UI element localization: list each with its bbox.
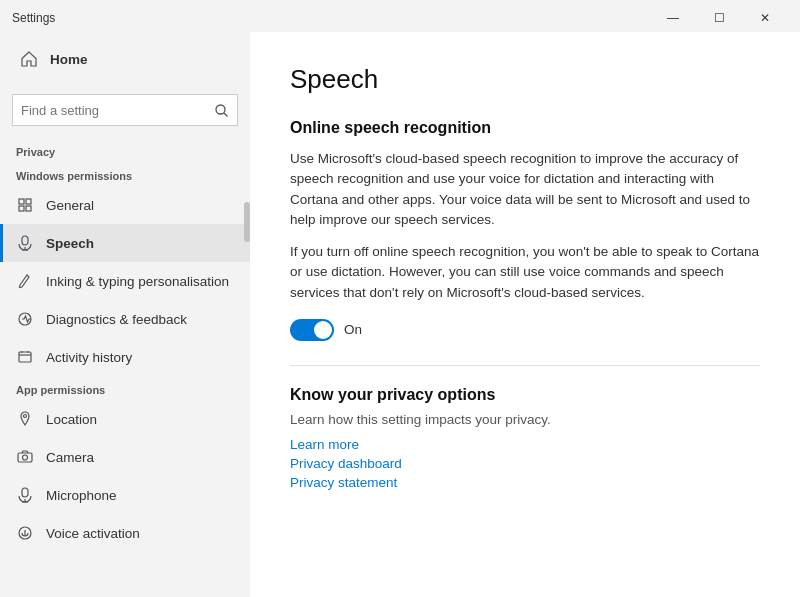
windows-permissions-label: Windows permissions	[0, 162, 250, 186]
voice-icon	[16, 524, 34, 542]
sidebar-item-diagnostics-label: Diagnostics & feedback	[46, 312, 187, 327]
sidebar-item-voice-label: Voice activation	[46, 526, 140, 541]
minimize-button[interactable]: —	[650, 5, 696, 31]
privacy-label: Privacy	[0, 138, 250, 162]
search-icon	[205, 94, 237, 126]
svg-rect-5	[26, 206, 31, 211]
sidebar-item-general-label: General	[46, 198, 94, 213]
sidebar-item-activity-label: Activity history	[46, 350, 132, 365]
svg-point-14	[24, 415, 27, 418]
speech-icon	[16, 234, 34, 252]
sidebar-item-inking-label: Inking & typing personalisation	[46, 274, 229, 289]
svg-point-16	[23, 455, 28, 460]
svg-line-1	[224, 113, 228, 117]
privacy-statement-link[interactable]: Privacy statement	[290, 475, 760, 490]
inking-icon	[16, 272, 34, 290]
sidebar-item-microphone[interactable]: Microphone	[0, 476, 250, 514]
scrollbar-track	[244, 32, 250, 597]
sidebar-item-camera[interactable]: Camera	[0, 438, 250, 476]
microphone-icon	[16, 486, 34, 504]
sidebar-item-location[interactable]: Location	[0, 400, 250, 438]
sidebar-item-home[interactable]: Home	[16, 40, 234, 78]
search-input[interactable]	[13, 103, 205, 118]
sidebar-item-location-label: Location	[46, 412, 97, 427]
sidebar-item-voice[interactable]: Voice activation	[0, 514, 250, 552]
toggle-label: On	[344, 322, 362, 337]
sidebar-item-diagnostics[interactable]: Diagnostics & feedback	[0, 300, 250, 338]
app-permissions-label: App permissions	[0, 376, 250, 400]
learn-more-link[interactable]: Learn more	[290, 437, 760, 452]
window-controls: — ☐ ✕	[650, 5, 788, 31]
svg-rect-15	[18, 453, 32, 462]
toggle-knob	[314, 321, 332, 339]
page-title: Speech	[290, 64, 760, 95]
svg-rect-4	[19, 206, 24, 211]
close-button[interactable]: ✕	[742, 5, 788, 31]
title-bar: Settings — ☐ ✕	[0, 0, 800, 32]
activity-icon	[16, 348, 34, 366]
maximize-button[interactable]: ☐	[696, 5, 742, 31]
main-content: Speech Online speech recognition Use Mic…	[250, 32, 800, 597]
general-icon	[16, 196, 34, 214]
online-speech-desc1: Use Microsoft's cloud-based speech recog…	[290, 149, 760, 230]
toggle-row: On	[290, 319, 760, 341]
sidebar-title: Home	[0, 32, 250, 90]
online-speech-title: Online speech recognition	[290, 119, 760, 137]
sidebar: Home Privacy Windows permissions	[0, 32, 250, 597]
window-title: Settings	[12, 11, 55, 25]
speech-recognition-toggle[interactable]	[290, 319, 334, 341]
location-icon	[16, 410, 34, 428]
section-divider	[290, 365, 760, 366]
privacy-dashboard-link[interactable]: Privacy dashboard	[290, 456, 760, 471]
sidebar-item-speech-label: Speech	[46, 236, 94, 251]
sidebar-scroll: Windows permissions General	[0, 162, 250, 597]
privacy-desc: Learn how this setting impacts your priv…	[290, 412, 760, 427]
svg-rect-10	[19, 352, 31, 362]
svg-rect-6	[22, 236, 28, 245]
sidebar-item-activity[interactable]: Activity history	[0, 338, 250, 376]
privacy-section-title: Know your privacy options	[290, 386, 760, 404]
sidebar-item-camera-label: Camera	[46, 450, 94, 465]
home-label: Home	[50, 52, 88, 67]
sidebar-item-speech[interactable]: Speech	[0, 224, 250, 262]
diagnostics-icon	[16, 310, 34, 328]
svg-point-0	[216, 105, 225, 114]
home-icon	[20, 50, 38, 68]
sidebar-item-inking[interactable]: Inking & typing personalisation	[0, 262, 250, 300]
search-box[interactable]	[12, 94, 238, 126]
svg-rect-17	[22, 488, 28, 497]
sidebar-item-general[interactable]: General	[0, 186, 250, 224]
camera-icon	[16, 448, 34, 466]
sidebar-item-microphone-label: Microphone	[46, 488, 117, 503]
svg-rect-2	[19, 199, 24, 204]
app-container: Home Privacy Windows permissions	[0, 32, 800, 597]
svg-rect-3	[26, 199, 31, 204]
scrollbar-thumb[interactable]	[244, 202, 250, 242]
online-speech-desc2: If you turn off online speech recognitio…	[290, 242, 760, 303]
